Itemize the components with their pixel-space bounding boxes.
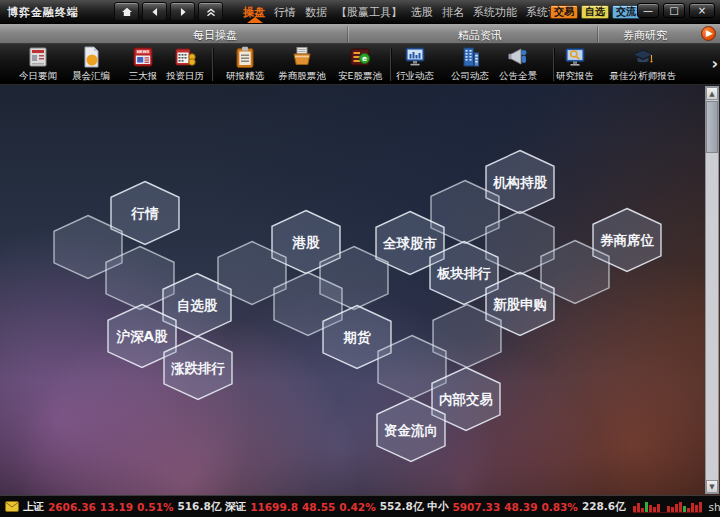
mini-chart-bar [667, 506, 670, 512]
index-name: 中小 [427, 500, 448, 514]
menu-item[interactable]: 排名 [442, 5, 464, 20]
newspaper-icon [25, 45, 51, 69]
index-name: 深证 [225, 500, 246, 514]
index-value: 11699.8 [250, 501, 298, 513]
app-window: 博弈金融终端 操盘行情数据【股赢工具】选股排名系统功能系统设置 交易自选交流 —… [0, 0, 720, 517]
quick-button[interactable]: 交流 [612, 5, 640, 19]
index-name: 上证 [23, 500, 44, 514]
menu-item[interactable]: 行情 [274, 5, 296, 20]
toolbar-item-label: 研报精选 [226, 70, 264, 83]
toolbar-item[interactable]: 公告全景 [486, 45, 550, 84]
svg-text:e: e [362, 54, 367, 63]
main-area: 机构持股行情港股全球股市券商席位板块排行自选股新股申购沪深A股期货涨跌排行内部交… [0, 85, 720, 495]
building-icon [457, 45, 483, 69]
close-button[interactable]: × [689, 3, 715, 18]
ticker-label: sh_11.1 [709, 501, 720, 513]
mail-icon[interactable] [5, 501, 19, 512]
index-value: 2606.36 [48, 501, 96, 513]
index-percent: 0.42% [339, 501, 375, 513]
toolbar-item-label: 投资日历 [166, 70, 204, 83]
mini-chart-bar [683, 506, 686, 512]
mini-chart-bar [695, 505, 698, 512]
toolbar-item-label: 今日要闻 [19, 70, 57, 83]
monitor-bars-icon [402, 45, 428, 69]
minimize-button[interactable]: — [637, 3, 659, 18]
toolbar: › 今日要闻晨会汇编NEWS三大报投资日历研报精选券商股票池e安E股票池行业动态… [0, 44, 720, 85]
window-controls: —□× [637, 3, 715, 18]
section-bar: ▶ 每日操盘精品资讯券商研究 [0, 24, 720, 44]
toolbar-item-label: 晨会汇编 [72, 70, 110, 83]
toolbar-separator [212, 48, 213, 81]
menu-item[interactable]: 【股赢工具】 [336, 5, 402, 20]
document-sun-icon [78, 45, 104, 69]
index-change: 13.19 [100, 501, 133, 513]
svg-text:NEWS: NEWS [137, 49, 150, 54]
index-value: 5907.33 [452, 501, 500, 513]
section-title: 精品资讯 [458, 28, 502, 43]
menu-item[interactable]: 系统功能 [473, 5, 517, 20]
scroll-down-icon[interactable]: ▼ [706, 480, 718, 493]
index-change: 48.39 [504, 501, 537, 513]
mini-chart-bar [679, 502, 682, 512]
toolbar-item-label: 最佳分析师报告 [610, 70, 677, 83]
e-pool-icon: e [347, 45, 373, 69]
mini-chart-bar [699, 502, 702, 512]
double-chevron-up-icon [204, 5, 218, 19]
quick-button[interactable]: 自选 [581, 5, 609, 19]
toolbar-overflow-chevron-icon[interactable]: › [711, 54, 718, 73]
arrow-right-icon [176, 5, 190, 19]
title-bar: 博弈金融终端 操盘行情数据【股赢工具】选股排名系统功能系统设置 交易自选交流 —… [0, 0, 720, 24]
menu-item[interactable]: 数据 [305, 5, 327, 20]
megaphone-icon [505, 45, 531, 69]
status-bar: 上证2606.3613.190.51%516.8亿深证11699.848.550… [0, 495, 720, 517]
section-title: 券商研究 [623, 28, 667, 43]
collapse-button[interactable] [198, 2, 223, 21]
scrollbar-thumb[interactable] [706, 101, 718, 153]
calendar-coins-icon [172, 45, 198, 69]
scroll-up-icon[interactable]: ▲ [706, 87, 718, 100]
maximize-button[interactable]: □ [663, 3, 685, 18]
mini-chart-bar [633, 506, 636, 512]
section-more-button[interactable]: ▶ [701, 26, 716, 41]
basket-icon [289, 45, 315, 69]
section-title: 每日操盘 [193, 28, 237, 43]
mini-chart-bar [675, 504, 678, 512]
toolbar-item[interactable]: 研报精选 [213, 45, 277, 84]
menu-item[interactable]: 选股 [411, 5, 433, 20]
toolbar-item-label: 行业动态 [396, 70, 434, 83]
hex-menu: 机构持股行情港股全球股市券商席位板块排行自选股新股申购沪深A股期货涨跌排行内部交… [0, 85, 704, 495]
back-button[interactable] [142, 2, 167, 21]
index-volume: 516.8亿 [177, 500, 221, 514]
vertical-scrollbar[interactable]: ▲ ▼ [705, 86, 719, 494]
app-title: 博弈金融终端 [7, 5, 79, 20]
nav-button-group [114, 2, 223, 21]
toolbar-item-label: 研究报告 [556, 70, 594, 83]
toolbar-item[interactable]: 券商股票池 [270, 45, 334, 84]
active-tab-indicator [247, 17, 263, 23]
toolbar-item[interactable]: 最佳分析师报告 [611, 45, 675, 84]
mini-chart-bar [671, 507, 674, 512]
toolbar-item-label: 公告全景 [499, 70, 537, 83]
graduation-cap-icon [630, 45, 656, 69]
toolbar-separator [553, 48, 554, 81]
mini-chart-bar [691, 503, 694, 512]
mini-chart-bar [645, 502, 648, 512]
mini-chart-bar [637, 503, 640, 512]
index-volume: 228.6亿 [582, 500, 626, 514]
mini-chart-bar [649, 505, 652, 512]
index-quotes: 上证2606.3613.190.51%516.8亿深证11699.848.550… [23, 500, 626, 514]
index-percent: 0.83% [541, 501, 577, 513]
index-volume: 552.8亿 [380, 500, 424, 514]
mini-chart-bar [653, 507, 656, 512]
toolbar-item-label: 券商股票池 [278, 70, 326, 83]
toolbar-item[interactable]: 投资日历 [153, 45, 217, 84]
clipboard-icon [232, 45, 258, 69]
forward-button[interactable] [170, 2, 195, 21]
home-button[interactable] [114, 2, 139, 21]
home-icon [120, 5, 134, 19]
quick-button[interactable]: 交易 [550, 5, 578, 19]
index-percent: 0.51% [137, 501, 173, 513]
section-divider [347, 26, 348, 42]
toolbar-item-label: 安E股票池 [338, 70, 382, 83]
section-divider [597, 26, 598, 42]
